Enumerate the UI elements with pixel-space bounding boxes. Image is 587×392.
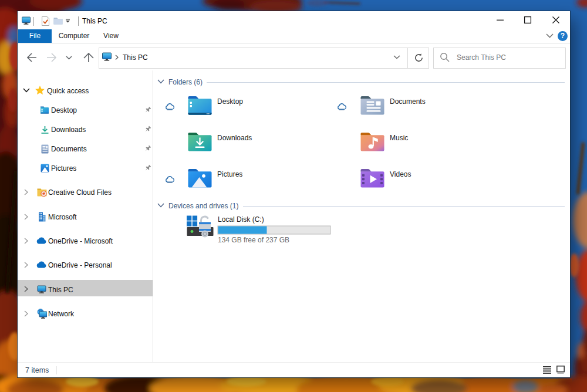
svg-text:Videos: Videos (390, 170, 411, 178)
svg-text:134 GB free of 237 GB: 134 GB free of 237 GB (218, 236, 289, 244)
svg-text:Music: Music (390, 134, 408, 142)
svg-text:Devices and drives (1): Devices and drives (1) (168, 202, 238, 210)
svg-text:Pictures: Pictures (217, 170, 242, 178)
svg-text:Desktop: Desktop (217, 97, 243, 106)
svg-text:Documents: Documents (390, 97, 426, 106)
svg-text:Folders (6): Folders (6) (168, 78, 203, 86)
svg-text:Local Disk (C:): Local Disk (C:) (218, 215, 264, 224)
svg-text:Downloads: Downloads (217, 134, 252, 142)
